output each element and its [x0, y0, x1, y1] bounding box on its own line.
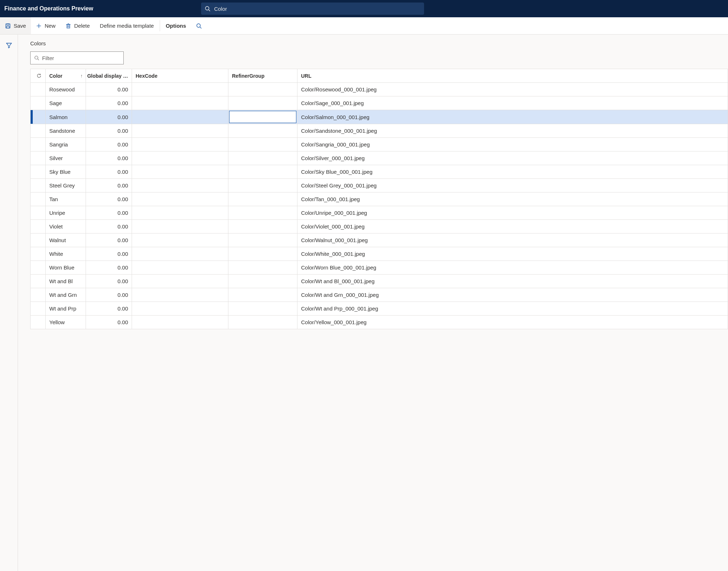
cell-refinergroup[interactable] [228, 234, 297, 247]
cell-hexcode[interactable] [132, 206, 228, 219]
cell-url[interactable]: Color/Silver_000_001.jpeg [297, 151, 728, 165]
cell-color[interactable]: Salmon [46, 110, 86, 124]
row-selector-cell[interactable] [33, 220, 46, 233]
row-selector-cell[interactable] [33, 179, 46, 192]
table-row[interactable]: Salmon0.00Color/Salmon_000_001.jpeg [31, 110, 728, 124]
cell-hexcode[interactable] [132, 151, 228, 165]
row-selector-cell[interactable] [33, 96, 46, 110]
table-row[interactable]: White0.00Color/White_000_001.jpeg [31, 247, 728, 261]
cell-refinergroup[interactable] [228, 192, 297, 206]
table-row[interactable]: Violet0.00Color/Violet_000_001.jpeg [31, 220, 728, 234]
cell-global-display[interactable]: 0.00 [86, 234, 132, 247]
cell-refinergroup[interactable] [228, 165, 297, 178]
row-selector-cell[interactable] [33, 247, 46, 260]
cell-refinergroup[interactable] [228, 261, 297, 274]
cell-color[interactable]: Wt and Prp [46, 302, 86, 315]
cell-hexcode[interactable] [132, 83, 228, 96]
cell-color[interactable]: Silver [46, 151, 86, 165]
cell-hexcode[interactable] [132, 261, 228, 274]
cell-hexcode[interactable] [132, 288, 228, 302]
cell-color[interactable]: Rosewood [46, 83, 86, 96]
cell-refinergroup[interactable] [228, 96, 297, 110]
cell-color[interactable]: Wt and Grn [46, 288, 86, 302]
cell-global-display[interactable]: 0.00 [86, 165, 132, 178]
row-selector-cell[interactable] [33, 138, 46, 151]
filter-pane-button[interactable] [3, 40, 15, 51]
cell-hexcode[interactable] [132, 302, 228, 315]
cell-refinergroup[interactable] [228, 138, 297, 151]
cell-hexcode[interactable] [132, 192, 228, 206]
cell-color[interactable]: Unripe [46, 206, 86, 219]
new-button[interactable]: New [31, 17, 60, 34]
cell-color[interactable]: Sangria [46, 138, 86, 151]
row-selector-cell[interactable] [33, 124, 46, 137]
table-row[interactable]: Yellow0.00Color/Yellow_000_001.jpeg [31, 316, 728, 329]
cell-url[interactable]: Color/Unripe_000_001.jpeg [297, 206, 728, 219]
cell-hexcode[interactable] [132, 124, 228, 137]
table-row[interactable]: Walnut0.00Color/Walnut_000_001.jpeg [31, 234, 728, 247]
cell-url[interactable]: Color/Worn Blue_000_001.jpeg [297, 261, 728, 274]
cell-refinergroup[interactable] [228, 206, 297, 219]
cell-url[interactable]: Color/Yellow_000_001.jpeg [297, 316, 728, 329]
cell-hexcode[interactable] [132, 275, 228, 288]
define-media-template-button[interactable]: Define media template [95, 17, 159, 34]
cell-color[interactable]: Steel Grey [46, 179, 86, 192]
row-selector-cell[interactable] [33, 110, 46, 124]
column-header-refinergroup[interactable]: RefinerGroup [228, 69, 297, 82]
table-row[interactable]: Wt and Bl0.00Color/Wt and Bl_000_001.jpe… [31, 275, 728, 288]
cell-global-display[interactable]: 0.00 [86, 302, 132, 315]
table-row[interactable]: Sky Blue0.00Color/Sky Blue_000_001.jpeg [31, 165, 728, 179]
cell-color[interactable]: Wt and Bl [46, 275, 86, 288]
row-selector-cell[interactable] [33, 192, 46, 206]
cell-url[interactable]: Color/Violet_000_001.jpeg [297, 220, 728, 233]
row-selector-cell[interactable] [33, 151, 46, 165]
cell-url[interactable]: Color/Rosewood_000_001.jpeg [297, 83, 728, 96]
cell-refinergroup[interactable] [228, 288, 297, 302]
cell-url[interactable]: Color/Steel Grey_000_001.jpeg [297, 179, 728, 192]
cell-hexcode[interactable] [132, 247, 228, 260]
delete-button[interactable]: Delete [60, 17, 95, 34]
cell-global-display[interactable]: 0.00 [86, 110, 132, 124]
cell-refinergroup[interactable] [228, 83, 297, 96]
cell-refinergroup[interactable] [228, 275, 297, 288]
cell-refinergroup[interactable] [228, 179, 297, 192]
cell-color[interactable]: Sandstone [46, 124, 86, 137]
cell-color[interactable]: Walnut [46, 234, 86, 247]
cell-url[interactable]: Color/Salmon_000_001.jpeg [297, 110, 728, 124]
cell-url[interactable]: Color/Sky Blue_000_001.jpeg [297, 165, 728, 178]
cell-hexcode[interactable] [132, 179, 228, 192]
row-selector-cell[interactable] [33, 261, 46, 274]
command-search-button[interactable] [191, 17, 207, 34]
row-selector-cell[interactable] [33, 288, 46, 302]
column-header-hexcode[interactable]: HexCode [132, 69, 228, 82]
global-search[interactable]: Color [201, 3, 424, 15]
cell-url[interactable]: Color/White_000_001.jpeg [297, 247, 728, 260]
row-selector-cell[interactable] [33, 165, 46, 178]
cell-url[interactable]: Color/Sangria_000_001.jpeg [297, 138, 728, 151]
cell-hexcode[interactable] [132, 165, 228, 178]
cell-refinergroup[interactable] [228, 247, 297, 260]
cell-hexcode[interactable] [132, 138, 228, 151]
cell-hexcode[interactable] [132, 110, 228, 124]
row-selector-cell[interactable] [33, 206, 46, 219]
cell-color[interactable]: Yellow [46, 316, 86, 329]
cell-color[interactable]: Worn Blue [46, 261, 86, 274]
table-row[interactable]: Worn Blue0.00Color/Worn Blue_000_001.jpe… [31, 261, 728, 275]
cell-global-display[interactable]: 0.00 [86, 83, 132, 96]
cell-url[interactable]: Color/Sage_000_001.jpeg [297, 96, 728, 110]
cell-url[interactable]: Color/Sandstone_000_001.jpeg [297, 124, 728, 137]
cell-global-display[interactable]: 0.00 [86, 261, 132, 274]
cell-refinergroup[interactable] [228, 220, 297, 233]
table-row[interactable]: Wt and Prp0.00Color/Wt and Prp_000_001.j… [31, 302, 728, 316]
cell-color[interactable]: Sky Blue [46, 165, 86, 178]
column-header-url[interactable]: URL [297, 69, 728, 82]
cell-refinergroup[interactable] [228, 151, 297, 165]
cell-url[interactable]: Color/Wt and Bl_000_001.jpeg [297, 275, 728, 288]
cell-color[interactable]: Sage [46, 96, 86, 110]
grid-filter-input[interactable] [42, 55, 120, 61]
column-header-color[interactable]: Color ↑ [46, 69, 86, 82]
cell-global-display[interactable]: 0.00 [86, 124, 132, 137]
cell-global-display[interactable]: 0.00 [86, 192, 132, 206]
cell-hexcode[interactable] [132, 96, 228, 110]
row-selector-cell[interactable] [33, 234, 46, 247]
